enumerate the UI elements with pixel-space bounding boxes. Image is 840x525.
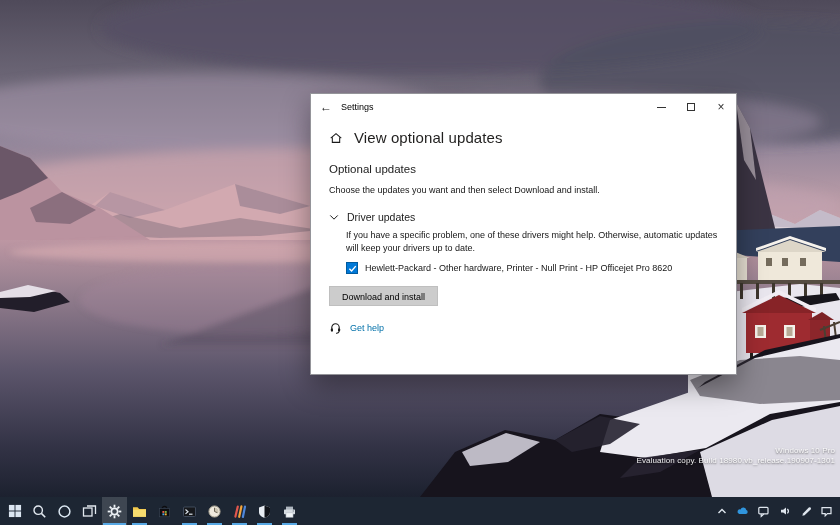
window-title: Settings <box>341 102 374 112</box>
speaker-icon <box>779 505 791 517</box>
show-hidden-icons-button[interactable] <box>711 497 732 525</box>
driver-update-item[interactable]: Hewlett-Packard - Other hardware, Printe… <box>346 262 718 274</box>
taskbar-item-file-explorer[interactable] <box>127 497 152 525</box>
clock-icon <box>207 504 222 519</box>
taskbar-items <box>0 497 302 525</box>
download-and-install-button[interactable]: Download and install <box>329 286 438 306</box>
maximize-icon <box>687 103 695 111</box>
chevron-down-icon <box>329 214 339 221</box>
system-tray <box>711 497 837 525</box>
feedback-hub-tray-icon[interactable] <box>753 497 774 525</box>
taskbar-item-settings[interactable] <box>102 497 127 525</box>
pen-icon <box>800 505 812 517</box>
check-icon <box>348 264 357 273</box>
windows-logo-icon <box>8 504 22 518</box>
store-icon <box>157 504 172 519</box>
desktop: Windows 10 Pro Evaluation copy. Build 18… <box>0 0 840 525</box>
driver-updates-expander[interactable]: Driver updates <box>329 211 718 223</box>
taskbar-item-cortana[interactable] <box>52 497 77 525</box>
chevron-up-icon <box>716 505 728 517</box>
back-icon: ← <box>320 100 332 114</box>
driver-updates-description: If you have a specific problem, one of t… <box>346 229 720 254</box>
taskbar-item-search[interactable] <box>27 497 52 525</box>
back-button[interactable]: ← <box>311 94 341 120</box>
taskbar-item-windows-security[interactable] <box>252 497 277 525</box>
minimize-button[interactable] <box>646 94 676 120</box>
window-titlebar: ← Settings × <box>311 94 736 120</box>
paint-brushes-icon <box>232 504 247 519</box>
search-icon <box>32 504 47 519</box>
taskbar-item-alarms-clock[interactable] <box>202 497 227 525</box>
cloud-icon <box>736 505 749 517</box>
watermark-build: Evaluation copy. Build 18980.vb_release.… <box>637 456 835 466</box>
printer-icon <box>282 504 297 519</box>
taskbar-item-printer[interactable] <box>277 497 302 525</box>
chat-bubble-icon <box>757 505 770 518</box>
command-prompt-icon <box>182 504 197 519</box>
gear-icon <box>107 504 122 519</box>
section-title: Optional updates <box>329 163 718 175</box>
window-controls: × <box>646 94 736 120</box>
minimize-icon <box>657 107 666 108</box>
driver-item-label: Hewlett-Packard - Other hardware, Printe… <box>365 263 672 273</box>
settings-page-content: View optional updates Optional updates C… <box>311 129 736 334</box>
cortana-icon <box>57 504 72 519</box>
maximize-button[interactable] <box>676 94 706 120</box>
onedrive-tray-icon[interactable] <box>732 497 753 525</box>
shield-icon <box>257 504 272 519</box>
notification-bubble-icon <box>820 505 833 518</box>
close-icon: × <box>717 101 724 113</box>
get-help-link[interactable]: Get help <box>350 323 384 333</box>
driver-checkbox[interactable] <box>346 262 358 274</box>
folder-icon <box>132 504 147 519</box>
windows-ink-tray-icon[interactable] <box>795 497 816 525</box>
close-button[interactable]: × <box>706 94 736 120</box>
taskbar-item-command-prompt[interactable] <box>177 497 202 525</box>
settings-window: ← Settings × View optional updates Optio… <box>310 93 737 375</box>
get-help-icon <box>329 321 342 334</box>
task-view-icon <box>82 504 97 519</box>
taskbar-item-microsoft-store[interactable] <box>152 497 177 525</box>
section-description: Choose the updates you want and then sel… <box>329 185 718 195</box>
action-center-button[interactable] <box>816 497 837 525</box>
taskbar-item-task-view[interactable] <box>77 497 102 525</box>
home-icon[interactable] <box>329 131 343 145</box>
taskbar <box>0 497 840 525</box>
evaluation-watermark: Windows 10 Pro Evaluation copy. Build 18… <box>637 446 835 466</box>
taskbar-item-paint-3d[interactable] <box>227 497 252 525</box>
page-title: View optional updates <box>354 129 503 146</box>
volume-tray-icon[interactable] <box>774 497 795 525</box>
start-button[interactable] <box>2 497 27 525</box>
watermark-edition: Windows 10 Pro <box>637 446 835 456</box>
driver-updates-label: Driver updates <box>347 211 415 223</box>
